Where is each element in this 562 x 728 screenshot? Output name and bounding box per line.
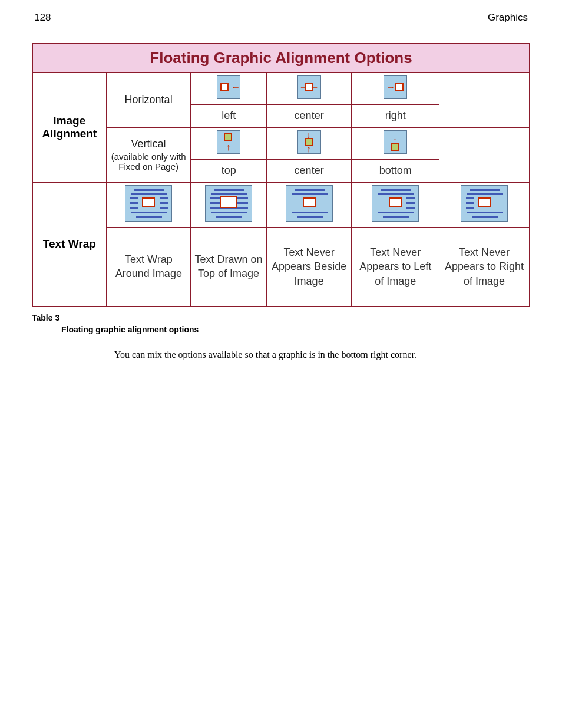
wrap-ontop-icon	[205, 185, 252, 222]
align-right-icon: →	[384, 75, 407, 99]
caption-label: Table 3	[32, 313, 59, 322]
cell-wrap-nobeside-icon	[267, 182, 352, 228]
alignment-options-table: Floating Graphic Alignment Options Image…	[32, 43, 530, 307]
body-text: You can mix the options available so tha…	[114, 350, 530, 360]
wrap-nobeside-icon	[286, 185, 333, 222]
label-vert-center: center	[267, 160, 352, 183]
label-vert-bottom: bottom	[352, 160, 439, 183]
subhead-horizontal: Horizontal	[107, 73, 191, 127]
label-vert-top: top	[191, 160, 267, 183]
cell-vert-top-icon: ↑	[191, 127, 267, 160]
cell-horiz-left-icon: ←	[191, 73, 267, 105]
page-header: 128 Graphics	[32, 12, 530, 25]
subhead-horizontal-label: Horizontal	[125, 94, 173, 106]
align-top-icon: ↑	[217, 130, 240, 154]
wrap-around-icon	[125, 185, 172, 222]
cell-wrap-noright-icon	[439, 182, 530, 228]
label-horiz-right: right	[352, 105, 439, 128]
label-horiz-center: center	[267, 105, 352, 128]
label-wrap-ontop: Text Drawn on Top of Image	[191, 228, 267, 307]
empty-cell	[439, 73, 530, 127]
align-bottom-icon: ↓	[384, 130, 407, 154]
label-wrap-around: Text Wrap Around Image	[107, 228, 191, 307]
subhead-vertical-label: Vertical	[131, 138, 166, 150]
label-horiz-left: left	[191, 105, 267, 128]
align-hcenter-icon: → ←	[297, 75, 321, 99]
cell-wrap-noleft-icon	[352, 182, 439, 228]
cell-horiz-center-icon: → ←	[267, 73, 352, 105]
table-title: Floating Graphic Alignment Options	[32, 44, 530, 73]
align-left-icon: ←	[217, 75, 240, 99]
align-vcenter-icon: ↓ ↑	[297, 130, 321, 154]
label-wrap-noright: Text Never Appears to Right of Image	[439, 228, 530, 307]
wrap-noright-icon	[461, 185, 508, 222]
section-name: Graphics	[488, 12, 528, 24]
subhead-vertical: Vertical (available only with Fixed on P…	[107, 127, 191, 182]
table-caption: Table 3 Floating graphic alignment optio…	[32, 313, 530, 334]
cell-vert-center-icon: ↓ ↑	[267, 127, 352, 160]
cell-wrap-around-icon	[107, 182, 191, 228]
label-wrap-nobeside: Text Never Appears Beside Image	[267, 228, 352, 307]
cell-wrap-ontop-icon	[191, 182, 267, 228]
caption-desc: Floating graphic alignment options	[61, 325, 530, 334]
document-page: 128 Graphics Floating Graphic Alignment …	[0, 0, 562, 392]
page-number: 128	[34, 12, 51, 24]
subhead-vertical-note: (available only with Fixed on Page)	[111, 151, 187, 172]
empty-cell-2	[439, 127, 530, 182]
row-text-wrap: Text Wrap	[32, 182, 107, 307]
row-image-alignment: Image Alignment	[32, 73, 107, 182]
cell-horiz-right-icon: →	[352, 73, 439, 105]
wrap-noleft-icon	[372, 185, 419, 222]
cell-vert-bottom-icon: ↓	[352, 127, 439, 160]
label-wrap-noleft: Text Never Appears to Left of Image	[352, 228, 439, 307]
